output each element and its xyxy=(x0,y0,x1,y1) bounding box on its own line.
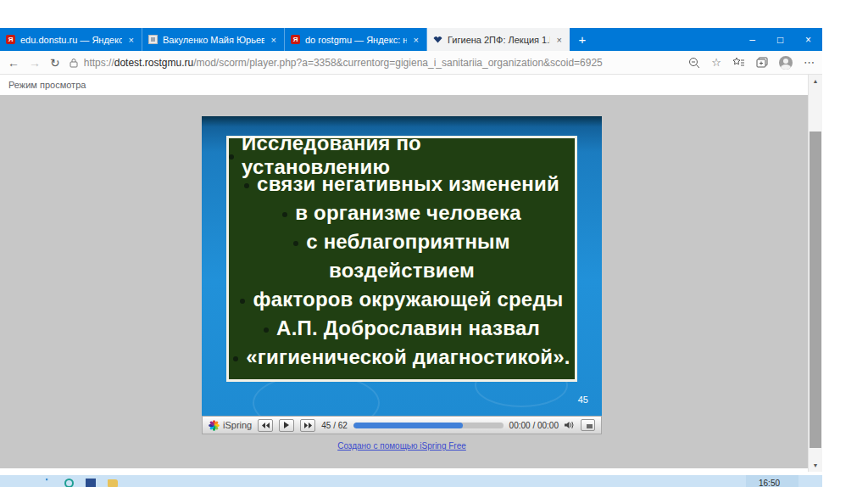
tab-gigiena-active[interactable]: Гигиена 2ПФ: Лекция 1.Гигиена × xyxy=(427,28,570,51)
address-bar: ← → ↻ https://dotest.rostgmu.ru/mod/scor… xyxy=(0,51,822,75)
scrollbar-thumb[interactable] xyxy=(810,132,821,448)
view-mode-label: Режим просмотра xyxy=(0,75,808,93)
file-explorer-icon[interactable] xyxy=(108,479,118,487)
bullet-icon xyxy=(293,241,298,246)
play-button[interactable] xyxy=(279,419,294,432)
slide-number: 45 xyxy=(578,395,588,405)
tab-title: Гигиена 2ПФ: Лекция 1.Гигиена xyxy=(448,35,550,45)
previous-slide-button[interactable] xyxy=(258,419,273,432)
slide-text-box: Исследования по установлению связи негат… xyxy=(226,136,577,382)
slide-line: связи негативных изменений xyxy=(229,170,575,199)
tab-vakulenko[interactable]: Вакуленко Майя Юрьевна × xyxy=(142,28,285,51)
tab-title: edu.donstu.ru — Яндекс: нашло xyxy=(20,35,122,45)
window-controls: – □ × xyxy=(738,28,822,51)
scroll-down-icon[interactable]: ▼ xyxy=(809,459,822,472)
minimize-button[interactable]: – xyxy=(738,28,766,51)
url-text: https://dotest.rostgmu.ru/mod/scorm/play… xyxy=(84,57,603,69)
progress-fill xyxy=(353,423,463,428)
close-tab-icon[interactable]: × xyxy=(127,35,136,45)
close-tab-icon[interactable]: × xyxy=(412,35,420,45)
task-view-icon[interactable] xyxy=(86,479,96,487)
presentation-player: Исследования по установлению связи негат… xyxy=(202,116,602,434)
taskbar-clock: 16:50 xyxy=(759,479,780,487)
fullscreen-icon[interactable] xyxy=(581,419,595,431)
close-tab-icon[interactable]: × xyxy=(555,35,564,45)
slide-line: Исследования по установлению xyxy=(229,141,575,170)
forward-icon[interactable]: → xyxy=(29,56,41,70)
next-slide-button[interactable] xyxy=(300,419,315,432)
tab-title: do rostgmu — Яндекс: нашлось xyxy=(305,35,407,45)
slide-line: в организме человека xyxy=(229,199,575,227)
slide-45: Исследования по установлению связи негат… xyxy=(202,116,602,416)
url-field[interactable]: https://dotest.rostgmu.ru/mod/scorm/play… xyxy=(70,57,680,69)
zoom-out-icon[interactable] xyxy=(688,57,700,69)
maximize-button[interactable]: □ xyxy=(766,28,794,51)
bullet-icon xyxy=(233,356,238,361)
bullet-icon xyxy=(282,212,287,217)
ispring-logo-icon xyxy=(209,420,220,431)
close-window-button[interactable]: × xyxy=(794,28,822,51)
close-tab-icon[interactable]: × xyxy=(270,35,278,45)
volume-icon[interactable] xyxy=(565,421,575,429)
slide-line: воздействием xyxy=(229,256,575,285)
browser-window: Я edu.donstu.ru — Яндекс: нашло × Вакуле… xyxy=(0,28,822,472)
slide-line: факторов окружающей среды xyxy=(229,285,575,314)
tab-title: Вакуленко Майя Юрьевна xyxy=(163,35,264,45)
slide-line: А.П. Доброславин назвал xyxy=(229,314,575,343)
back-icon[interactable]: ← xyxy=(8,56,19,70)
collections-icon[interactable] xyxy=(756,57,768,68)
tab-do-rostgmu[interactable]: Я do rostgmu — Яндекс: нашлось × xyxy=(285,28,427,51)
portrait-favicon-icon xyxy=(148,35,158,44)
player-controls: iSpring 45 / 62 xyxy=(202,416,602,434)
yandex-favicon-icon: Я xyxy=(6,35,15,44)
toolbar-actions: ☆ ⋯ xyxy=(688,56,815,70)
profile-avatar[interactable] xyxy=(779,56,793,70)
time-label: 00:00 / 00:00 xyxy=(509,421,559,430)
tab-edu-donstu[interactable]: Я edu.donstu.ru — Яндекс: нашло × xyxy=(0,28,142,51)
bullet-icon xyxy=(229,154,234,160)
slide-position-label: 45 / 62 xyxy=(321,421,348,430)
settings-menu-icon[interactable]: ⋯ xyxy=(804,56,815,69)
bullet-icon xyxy=(240,299,245,304)
start-button-icon[interactable] xyxy=(46,479,50,483)
new-tab-button[interactable]: + xyxy=(570,28,595,51)
ispring-label: iSpring xyxy=(223,420,252,430)
ispring-free-link[interactable]: Создано с помощью iSpring Free xyxy=(202,441,602,451)
tab-bar: Я edu.donstu.ru — Яндекс: нашло × Вакуле… xyxy=(0,28,822,51)
scroll-up-icon[interactable]: ▲ xyxy=(809,75,822,87)
player-stage: Исследования по установлению связи негат… xyxy=(0,95,808,468)
taskbar: 16:50 xyxy=(0,475,822,487)
search-icon[interactable] xyxy=(64,479,74,487)
vertical-scrollbar[interactable]: ▲ ▼ xyxy=(808,75,822,472)
slide-line: «гигиенической диагностикой». xyxy=(229,343,575,372)
scorm-player-page: Режим просмотра Исследования по установл… xyxy=(0,75,808,472)
page-viewport: Режим просмотра Исследования по установл… xyxy=(0,75,822,472)
slide-line: с неблагоприятным xyxy=(229,227,575,256)
yandex-favicon-icon: Я xyxy=(291,35,300,44)
ispring-brand: iSpring xyxy=(209,420,252,431)
bullet-icon xyxy=(264,327,269,333)
add-favorite-icon[interactable]: ☆ xyxy=(711,56,721,69)
progress-bar[interactable] xyxy=(353,423,504,428)
bullet-icon xyxy=(244,183,249,188)
favorites-list-icon[interactable] xyxy=(732,57,745,68)
refresh-icon[interactable]: ↻ xyxy=(50,56,60,70)
course-bird-favicon-icon xyxy=(433,35,442,44)
lock-icon xyxy=(70,58,78,68)
